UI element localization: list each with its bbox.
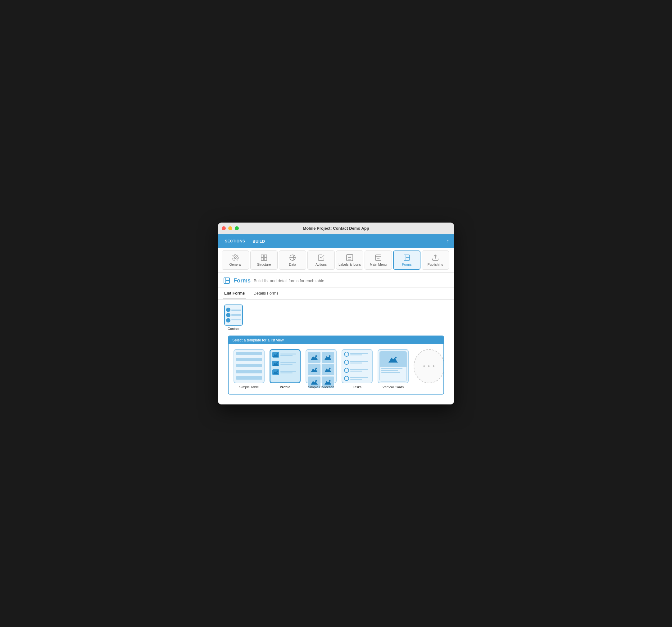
profile-img-2 [272,361,279,366]
toolbar-main-menu[interactable]: Main Menu [365,250,392,270]
template-simple-collection[interactable]: Simple Collection [306,349,337,389]
thumb-line [231,309,241,309]
pline [281,354,296,354]
pline [350,369,368,370]
svg-rect-1 [261,255,264,257]
thumb-lines-2 [231,314,241,316]
sc-mountain-3 [311,367,318,372]
sc-grid [308,352,334,388]
toolbar-actions[interactable]: Actions [307,250,335,270]
simple-collection-thumb [306,349,337,383]
general-icon [232,254,239,261]
svg-rect-7 [376,255,381,260]
maximize-button[interactable] [235,226,239,230]
svg-marker-35 [388,357,398,362]
task-row-3 [344,368,370,373]
template-profile[interactable]: Profile [269,349,301,389]
thumb-row-2 [226,313,241,317]
minimize-button[interactable] [228,226,232,230]
toolbar-labels-icons[interactable]: Labels & Icons [336,250,363,270]
template-more[interactable]: • • • [414,349,444,383]
svg-point-32 [315,380,317,382]
thumb-lines-1 [231,309,241,311]
svg-point-20 [277,362,278,363]
profile-label: Profile [280,385,290,389]
contact-list-item[interactable]: Contact [223,304,244,331]
toolbar-data[interactable]: Data [279,250,306,270]
actions-label: Actions [315,262,327,266]
header-bar: SECTIONS BUILD ↑ [218,234,454,248]
toolbar-general[interactable]: General [222,250,249,270]
sc-cell [308,364,320,375]
svg-point-24 [315,355,317,357]
upload-icon[interactable]: ↑ [445,237,450,245]
thumb-lines-3 [231,319,241,321]
task-lines [350,353,370,355]
st-row [236,364,262,368]
vc-line [381,372,400,373]
tab-list-forms[interactable]: List Forms [223,288,246,299]
sc-mountain-6 [325,380,331,384]
content-area: Forms Build list and detail forms for ea… [218,273,454,404]
svg-rect-3 [261,258,264,260]
pline [350,371,362,372]
pline [281,364,292,365]
main-menu-icon [375,254,382,261]
contact-thumbnail [224,304,243,326]
pline [350,379,362,380]
st-row [236,370,262,373]
sc-mountain-1 [311,355,318,360]
tab-details-forms[interactable]: Details Forms [252,288,280,299]
labels-icons-label: Labels & Icons [338,262,361,266]
template-grid: Simple Table [229,344,443,394]
pline [281,362,296,363]
template-simple-table[interactable]: Simple Table [234,349,265,389]
template-tasks[interactable]: Tasks [342,349,373,389]
template-vertical-cards[interactable]: Vertical Cards [378,349,409,389]
forms-section-icon [223,277,231,284]
vertical-cards-label: Vertical Cards [383,385,404,389]
st-row [236,376,262,380]
svg-rect-4 [264,258,267,260]
toolbar-forms[interactable]: Forms [393,250,421,270]
pline [281,373,292,373]
svg-point-18 [277,353,278,355]
svg-point-36 [395,357,397,358]
close-button[interactable] [222,226,226,230]
sc-cell [308,352,320,363]
more-circle: • • • [414,349,444,383]
task-row-1 [344,352,370,357]
thumb-line [231,316,241,316]
st-row [236,352,262,355]
structure-icon [260,254,268,261]
sc-mountain-2 [325,355,331,360]
mountain-icon-1 [273,353,279,357]
profile-row-1 [272,352,298,357]
forms-icon-toolbar [403,254,410,261]
profile-img-3 [272,369,279,375]
forms-label: Forms [402,262,411,266]
vc-line [381,368,403,369]
toolbar-structure[interactable]: Structure [250,250,278,270]
svg-point-34 [329,380,331,382]
task-circle [344,376,349,381]
template-panel-header: Select a template for a list view [229,336,443,344]
build-label[interactable]: BUILD [248,237,269,246]
sections-label[interactable]: SECTIONS [222,237,248,245]
vc-inner [380,351,407,381]
data-icon [289,254,296,261]
sc-mountain-5 [311,380,318,384]
profile-thumb [269,349,301,383]
publishing-label: Publishing [428,262,443,266]
vc-mountain-icon [388,356,398,362]
thumb-row-3 [226,318,241,323]
vc-line [381,370,398,371]
task-row-2 [344,360,370,365]
pline [350,377,368,378]
toolbar-publishing[interactable]: Publishing [422,250,449,270]
thumb-avatar-2 [226,313,231,317]
tasks-label: Tasks [353,385,361,389]
main-menu-label: Main Menu [370,262,387,266]
vc-text-area [380,367,407,381]
tabs-bar: List Forms Details Forms [218,288,454,300]
